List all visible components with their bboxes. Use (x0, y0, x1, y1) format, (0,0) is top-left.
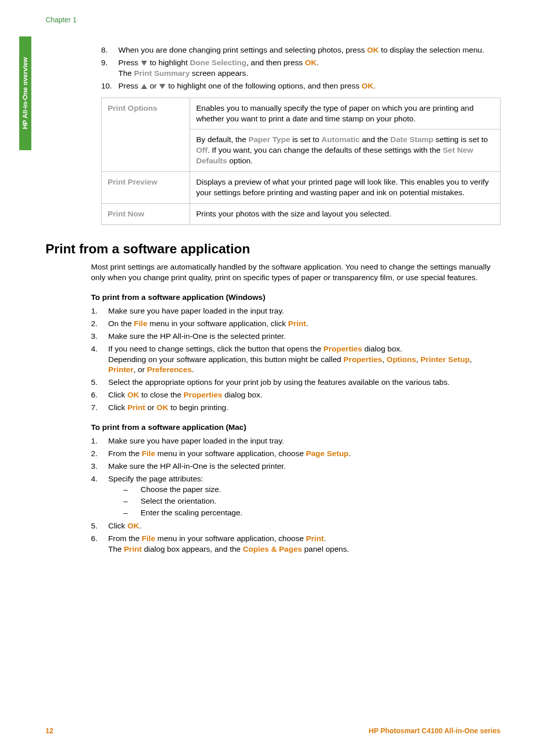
section-intro: Most print settings are automatically ha… (91, 262, 500, 283)
print-preview-desc: Displays a preview of what your printed … (190, 172, 500, 204)
paper-type-label: Paper Type (248, 135, 290, 144)
text: Enter the scaling percentage. (141, 508, 243, 518)
text: menu in your software application, click (148, 319, 288, 328)
properties-label: Properties (324, 344, 362, 353)
text: to highlight one of the following option… (166, 81, 361, 90)
text: , and then press (247, 58, 305, 67)
series-label: HP Photosmart C4100 All-in-One series (369, 726, 500, 736)
file-menu-label: File (142, 534, 155, 543)
step-number: 1. (91, 436, 108, 447)
dash-icon: – (123, 484, 141, 495)
text: The (108, 545, 124, 553)
print-options-label: Print Options (102, 98, 190, 172)
mac-step-1: 1.Make sure you have paper loaded in the… (91, 436, 500, 447)
text: The (118, 69, 134, 77)
step-number: 2. (91, 319, 108, 329)
win-step-4: 4. If you need to change settings, click… (91, 344, 500, 376)
text: By default, the (196, 135, 248, 144)
down-arrow-icon (141, 60, 148, 66)
text: From the (108, 534, 142, 543)
step-number: 8. (101, 45, 118, 56)
text: dialog box appears, and the (142, 545, 243, 553)
footer: 12 HP Photosmart C4100 All-in-One series (46, 726, 500, 736)
win-step-6: 6.Click OK to close the Properties dialo… (91, 390, 500, 401)
sub-list: –Choose the paper size. –Select the orie… (123, 484, 500, 518)
text: . If you want, you can change the defaul… (207, 146, 442, 154)
print-label: Print (288, 319, 306, 328)
mac-section: To print from a software application (Ma… (91, 422, 500, 555)
step-number: 3. (91, 331, 108, 342)
ok-label: OK (127, 521, 139, 530)
file-menu-label: File (142, 449, 155, 458)
side-tab: HP All-in-One overview (19, 36, 31, 150)
text: Specify the page attributes: (108, 474, 203, 483)
dash-icon: – (123, 508, 141, 518)
done-selecting-label: Done Selecting (190, 58, 247, 67)
text: Click (108, 521, 127, 530)
svg-marker-0 (141, 61, 147, 66)
text: , or (133, 365, 147, 374)
print-summary-label: Print Summary (134, 69, 190, 77)
text: . (374, 81, 376, 90)
step-number: 6. (91, 533, 108, 555)
text: menu in your software application, choos… (155, 449, 306, 458)
ok-label: OK (127, 390, 139, 399)
properties-label: Properties (184, 390, 222, 399)
print-options-desc-2: By default, the Paper Type is set to Aut… (190, 129, 500, 172)
list-item: –Enter the scaling percentage. (123, 508, 500, 518)
text: From the (108, 449, 142, 458)
print-preview-label: Print Preview (102, 172, 190, 204)
text: Choose the paper size. (141, 484, 221, 495)
windows-section: To print from a software application (Wi… (91, 292, 500, 413)
table-row: Print Now Prints your photos with the si… (102, 204, 500, 225)
ok-label: OK (361, 81, 373, 90)
text: Click (108, 403, 127, 412)
step-number: 2. (91, 449, 108, 459)
up-arrow-icon (141, 83, 148, 90)
win-step-1: 1.Make sure you have paper loaded in the… (91, 306, 500, 317)
text: to highlight (148, 58, 190, 67)
mac-step-5: 5.Click OK. (91, 521, 500, 531)
text: Select the appropriate options for your … (108, 377, 500, 388)
text: is set to (290, 135, 322, 144)
ok-label: OK (157, 403, 168, 412)
text: and the (360, 135, 390, 144)
text: menu in your software application, choos… (155, 534, 306, 543)
file-menu-label: File (134, 319, 148, 328)
step-number: 9. (101, 58, 118, 79)
win-step-5: 5.Select the appropriate options for you… (91, 377, 500, 388)
off-label: Off (196, 146, 207, 154)
list-item: –Select the orientation. (123, 496, 500, 507)
text: , (416, 355, 421, 364)
text: On the (108, 319, 134, 328)
print-options-desc-1: Enables you to manually specify the type… (190, 98, 500, 129)
win-step-2: 2.On the File menu in your software appl… (91, 319, 500, 329)
step-number: 4. (91, 474, 108, 519)
options-table: Print Options Enables you to manually sp… (101, 98, 500, 225)
text: Depending on your software application, … (108, 355, 343, 364)
text: dialog box. (222, 390, 262, 399)
text: Select the orientation. (141, 496, 216, 507)
step-number: 3. (91, 461, 108, 472)
step-number: 7. (91, 403, 108, 413)
text: . (349, 449, 351, 458)
mac-subheading: To print from a software application (Ma… (91, 422, 500, 433)
step-8: 8. When you are done changing print sett… (101, 45, 500, 56)
ok-label: OK (305, 58, 316, 67)
text: to close the (139, 390, 184, 399)
list-item: –Choose the paper size. (123, 484, 500, 495)
step-number: 1. (91, 306, 108, 317)
table-row: Print Options Enables you to manually sp… (102, 98, 500, 129)
text: setting is set to (433, 135, 488, 144)
printer-label: Printer (108, 365, 133, 374)
chapter-label: Chapter 1 (46, 15, 500, 25)
text: screen appears. (190, 69, 248, 77)
text: option. (227, 156, 253, 165)
svg-marker-1 (141, 84, 147, 89)
options-label: Options (387, 355, 417, 364)
text: . (192, 365, 194, 374)
text: Make sure the HP All-in-One is the selec… (108, 461, 500, 472)
mac-step-4: 4. Specify the page attributes: –Choose … (91, 474, 500, 519)
win-step-3: 3.Make sure the HP All-in-One is the sel… (91, 331, 500, 342)
mac-step-6: 6. From the File menu in your software a… (91, 533, 500, 555)
